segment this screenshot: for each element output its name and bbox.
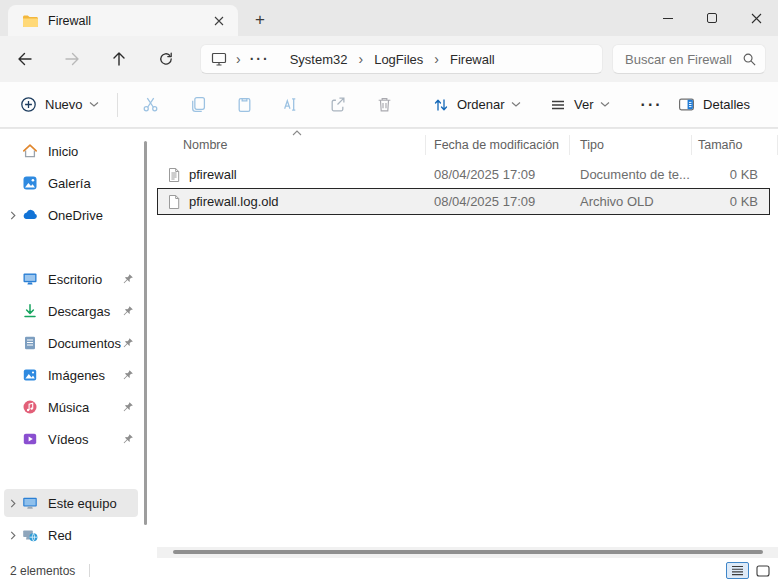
close-icon <box>214 16 224 26</box>
breadcrumb-item-system32[interactable]: System32 <box>288 50 350 69</box>
breadcrumb-item-logfiles[interactable]: LogFiles <box>372 50 425 69</box>
file-icon <box>166 194 182 210</box>
sidebar-item-galeria[interactable]: Galería <box>4 169 138 197</box>
share-button[interactable] <box>318 88 357 122</box>
sidebar-item-red[interactable]: Red <box>4 521 138 549</box>
chevron-down-icon <box>511 101 521 108</box>
cut-button[interactable] <box>132 88 171 122</box>
column-header-fecha[interactable]: Fecha de modificación <box>426 135 570 155</box>
sidebar-item-label: Este equipo <box>48 496 138 511</box>
arrow-up-icon <box>111 51 127 67</box>
expand-chevron-icon[interactable] <box>4 499 22 508</box>
file-modified: 08/04/2025 17:09 <box>426 194 570 209</box>
maximize-button[interactable] <box>690 0 734 36</box>
details-pane-button[interactable]: Detalles <box>670 90 764 119</box>
text-file-icon <box>166 167 182 183</box>
sidebar-item-musica[interactable]: Música <box>4 393 138 421</box>
horizontal-scrollbar-thumb[interactable] <box>173 550 763 554</box>
refresh-button[interactable] <box>151 44 181 74</box>
paste-icon <box>236 96 253 113</box>
explorer-tab[interactable]: Firewall <box>8 5 238 36</box>
navigation-bar: › ··· System32 › LogFiles › Firewall Bus… <box>0 36 778 82</box>
expand-chevron-icon[interactable] <box>4 531 22 540</box>
search-placeholder: Buscar en Firewall <box>625 52 742 67</box>
sidebar-item-documentos[interactable]: Documentos <box>4 329 138 357</box>
paste-button[interactable] <box>225 88 264 122</box>
file-type: Archivo OLD <box>570 194 692 209</box>
home-icon <box>22 143 38 159</box>
title-bar: Firewall + <box>0 0 778 36</box>
new-button[interactable]: Nuevo <box>12 90 107 119</box>
sidebar-item-label: Descargas <box>48 304 122 319</box>
refresh-icon <box>158 51 174 67</box>
file-name: pfirewall.log.old <box>189 194 279 209</box>
sidebar-item-label: Escritorio <box>48 272 122 287</box>
chevron-down-icon <box>89 101 99 108</box>
file-list-pane: Nombre Fecha de modificación Tipo Tamaño… <box>157 129 778 560</box>
copy-button[interactable] <box>178 88 217 122</box>
sidebar-item-videos[interactable]: Vídeos <box>4 425 138 453</box>
file-row-pfirewall-log-old[interactable]: pfirewall.log.old 08/04/2025 17:09 Archi… <box>157 188 770 215</box>
file-size: 0 KB <box>692 194 758 209</box>
document-icon <box>22 335 38 351</box>
explorer-body: Inicio Galería OneDrive <box>0 129 778 560</box>
file-row-pfirewall[interactable]: pfirewall 08/04/2025 17:09 Documento de … <box>157 161 770 188</box>
rename-button[interactable] <box>272 88 311 122</box>
forward-button[interactable] <box>57 44 87 74</box>
rename-icon <box>282 96 299 113</box>
close-button[interactable] <box>734 0 778 36</box>
video-icon <box>22 431 38 447</box>
sidebar-item-escritorio[interactable]: Escritorio <box>4 265 138 293</box>
file-name: pfirewall <box>189 167 237 182</box>
search-icon <box>742 52 757 67</box>
status-bar: 2 elementos <box>0 560 778 581</box>
up-button[interactable] <box>104 44 134 74</box>
pin-icon <box>122 433 134 445</box>
search-input[interactable]: Buscar en Firewall <box>612 44 766 74</box>
arrow-right-icon <box>64 51 80 67</box>
view-button[interactable]: Ver <box>542 91 618 119</box>
sidebar-item-label: Imágenes <box>48 368 122 383</box>
sidebar-item-onedrive[interactable]: OneDrive <box>4 201 138 229</box>
sidebar-item-este-equipo[interactable]: Este equipo <box>4 489 138 517</box>
column-headers: Nombre Fecha de modificación Tipo Tamaño <box>157 131 778 158</box>
arrow-left-icon <box>17 51 33 67</box>
sort-button[interactable]: Ordenar <box>425 91 529 119</box>
file-type: Documento de te... <box>570 167 692 182</box>
minimize-icon <box>663 18 673 19</box>
address-bar[interactable]: › ··· System32 › LogFiles › Firewall <box>200 44 603 74</box>
file-size: 0 KB <box>692 167 758 182</box>
column-header-tipo[interactable]: Tipo <box>570 135 692 155</box>
icons-view-toggle[interactable] <box>751 562 774 579</box>
breadcrumb-item-firewall[interactable]: Firewall <box>448 50 497 69</box>
sidebar-item-inicio[interactable]: Inicio <box>4 137 138 165</box>
command-bar: Nuevo <box>0 82 778 128</box>
sidebar-item-descargas[interactable]: Descargas <box>4 297 138 325</box>
horizontal-scrollbar[interactable] <box>157 547 778 558</box>
pin-icon <box>122 337 134 349</box>
column-header-tamano[interactable]: Tamaño <box>692 135 778 155</box>
details-view-toggle[interactable] <box>726 562 749 579</box>
sidebar-item-imagenes[interactable]: Imágenes <box>4 361 138 389</box>
tab-title: Firewall <box>48 14 208 28</box>
minimize-button[interactable] <box>646 0 690 36</box>
more-options-button[interactable]: ··· <box>637 88 666 122</box>
back-button[interactable] <box>10 44 40 74</box>
tab-close-button[interactable] <box>208 10 230 32</box>
delete-button[interactable] <box>365 88 404 122</box>
sidebar-scrollbar[interactable] <box>144 141 147 525</box>
sort-ascending-icon <box>292 130 302 136</box>
expand-chevron-icon[interactable] <box>4 211 22 220</box>
new-tab-button[interactable]: + <box>248 8 272 32</box>
breadcrumb-ellipsis-button[interactable]: ··· <box>250 51 270 67</box>
column-header-nombre[interactable]: Nombre <box>157 135 426 155</box>
navigation-pane: Inicio Galería OneDrive <box>0 129 141 560</box>
gallery-icon <box>22 175 38 191</box>
pin-icon <box>122 369 134 381</box>
details-pane-icon <box>678 96 695 113</box>
sort-icon <box>433 97 449 113</box>
sidebar-item-label: Galería <box>48 176 138 191</box>
breadcrumb-chevron-icon: › <box>434 52 439 66</box>
sidebar-item-label: Documentos <box>48 336 122 351</box>
sidebar-item-label: Red <box>48 528 138 543</box>
